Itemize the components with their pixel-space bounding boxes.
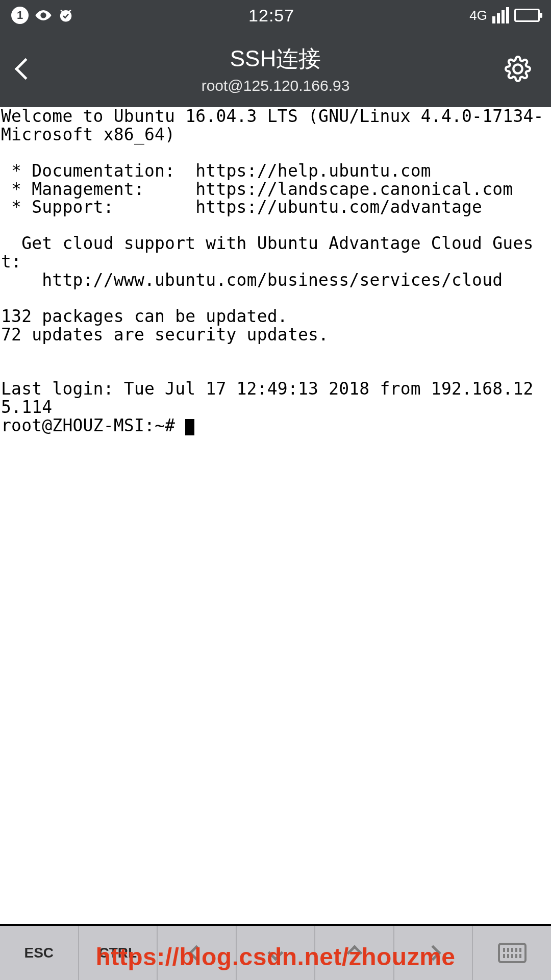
ctrl-key[interactable]: CTRL (79, 926, 158, 980)
esc-key-label: ESC (24, 945, 54, 961)
status-time: 12:57 (248, 6, 294, 26)
status-right-cluster: 4G (469, 7, 540, 23)
arrow-left-key[interactable] (158, 926, 237, 980)
keyboard-icon (498, 943, 527, 963)
cursor-icon (185, 419, 194, 435)
network-label: 4G (469, 8, 487, 23)
ctrl-key-label: CTRL (99, 945, 137, 961)
eye-icon (35, 7, 52, 24)
arrow-up-icon (346, 945, 362, 961)
chevron-left-icon (15, 58, 36, 80)
arrow-right-key[interactable] (394, 926, 473, 980)
esc-key[interactable]: ESC (0, 926, 79, 980)
arrow-up-key[interactable] (315, 926, 394, 980)
terminal-output[interactable]: Welcome to Ubuntu 16.04.3 LTS (GNU/Linux… (0, 107, 551, 924)
signal-bars-icon (492, 7, 509, 23)
shell-prompt: root@ZHOUZ-MSI:~# (1, 415, 185, 435)
connection-subtitle: root@125.120.166.93 (0, 77, 551, 94)
battery-icon (514, 9, 540, 22)
alarm-check-icon (58, 8, 73, 23)
extra-key-row: ESC CTRL (0, 924, 551, 980)
notification-badge: 1 (11, 7, 29, 24)
terminal-text: Welcome to Ubuntu 16.04.3 LTS (GNU/Linux… (1, 106, 544, 417)
status-left-cluster: 1 (11, 7, 73, 24)
back-button[interactable] (0, 31, 51, 107)
app-header: SSH连接 root@125.120.166.93 (0, 31, 551, 107)
svg-point-1 (60, 10, 72, 22)
arrow-down-icon (267, 945, 283, 961)
arrow-down-key[interactable] (237, 926, 316, 980)
status-bar: 1 12:57 4G (0, 0, 551, 31)
arrow-right-icon (425, 945, 441, 961)
settings-button[interactable] (495, 31, 541, 107)
svg-point-0 (42, 14, 45, 17)
gear-icon (505, 56, 531, 82)
page-title: SSH连接 (0, 44, 551, 74)
arrow-left-icon (189, 945, 205, 961)
toggle-keyboard-key[interactable] (473, 926, 551, 980)
